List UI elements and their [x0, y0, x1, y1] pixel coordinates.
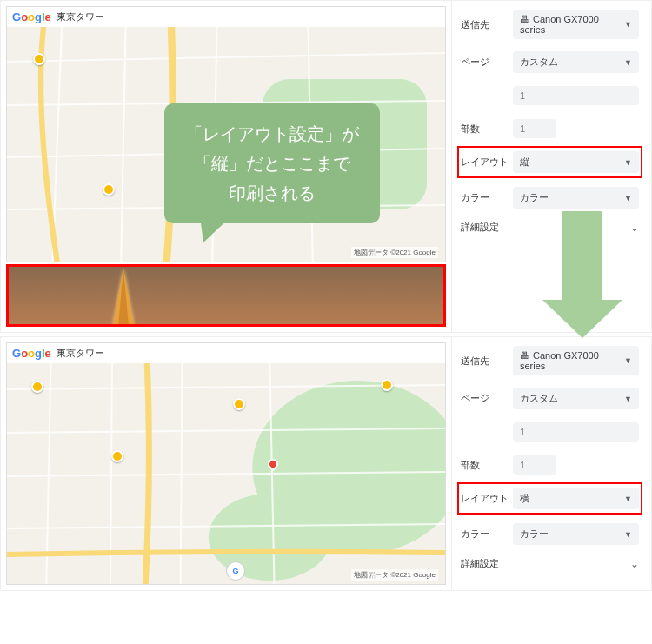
page-header: Google 東京タワー — [7, 343, 445, 363]
label-destination: 送信先 — [461, 355, 513, 368]
label-layout: レイアウト — [461, 156, 513, 169]
advanced-label: 詳細設定 — [461, 557, 499, 570]
layout-setting-highlight: レイアウト 縦 ▼ — [457, 146, 642, 178]
callout-line: 「縦」だとここまで — [185, 149, 359, 178]
label-color: カラー — [461, 528, 513, 541]
setting-copies: 部数 1 — [461, 455, 639, 475]
pages-value: カスタム — [520, 56, 558, 69]
chevron-down-icon: ▼ — [624, 356, 632, 365]
setting-color: カラー カラー ▼ — [461, 187, 639, 209]
map-preview: G 100 m 地図データ ©2021 Google — [7, 363, 445, 584]
pages-range-value: 1 — [520, 90, 525, 101]
layout-select[interactable]: 横 ▼ — [513, 488, 639, 509]
destination-value: Canon GX7000 series — [520, 14, 599, 35]
label-pages: ページ — [461, 56, 513, 69]
label-destination: 送信先 — [461, 18, 513, 31]
map-marker-icon — [31, 381, 43, 393]
label-color: カラー — [461, 191, 513, 204]
map-attribution: 地図データ ©2021 Google — [351, 569, 438, 581]
map-marker-icon — [111, 450, 123, 462]
map-background — [7, 363, 445, 584]
setting-color: カラー カラー ▼ — [461, 523, 639, 545]
pages-select[interactable]: カスタム ▼ — [513, 51, 639, 73]
copies-input[interactable]: 1 — [513, 119, 556, 138]
pages-range-value: 1 — [520, 427, 525, 437]
chevron-down-icon: ⌄ — [630, 222, 639, 234]
chevron-down-icon: ▼ — [624, 530, 632, 539]
setting-layout: レイアウト 横 ▼ — [461, 488, 639, 509]
pages-select[interactable]: カスタム ▼ — [513, 388, 639, 409]
search-query: 東京タワー — [57, 347, 104, 360]
chevron-down-icon: ⌄ — [630, 558, 639, 570]
layout-value: 横 — [520, 492, 529, 505]
chevron-down-icon: ▼ — [624, 58, 632, 67]
advanced-label: 詳細設定 — [461, 221, 499, 234]
preview-page: Google 東京タワー — [6, 342, 446, 585]
map-marker-icon — [33, 53, 45, 65]
map-marker-icon — [233, 398, 245, 410]
destination-select[interactable]: 🖶Canon GX7000 series ▼ — [513, 10, 639, 39]
label-copies: 部数 — [461, 123, 513, 136]
annotation-callout: 「レイアウト設定」が 「縦」だとここまで 印刷される — [164, 103, 380, 223]
portrait-overflow-highlight — [6, 264, 446, 327]
destination-select[interactable]: 🖶Canon GX7000 series ▼ — [513, 346, 639, 375]
callout-line: 「レイアウト設定」が — [185, 119, 359, 149]
setting-layout: レイアウト 縦 ▼ — [461, 151, 639, 173]
tokyo-tower-icon — [118, 269, 129, 326]
label-layout: レイアウト — [461, 492, 513, 505]
color-value: カラー — [520, 528, 549, 541]
pages-value: カスタム — [520, 392, 558, 405]
google-badge-icon: G — [226, 561, 245, 581]
setting-pages-range: 1 — [461, 422, 639, 442]
layout-setting-highlight: レイアウト 横 ▼ — [457, 482, 642, 515]
label-pages: ページ — [461, 392, 513, 405]
copies-value: 1 — [520, 460, 525, 470]
search-query: 東京タワー — [57, 10, 104, 23]
print-settings-sidebar: 送信先 🖶Canon GX7000 series ▼ ページ カスタム ▼ 1 … — [451, 337, 651, 590]
color-select[interactable]: カラー ▼ — [513, 523, 639, 545]
chevron-down-icon: ▼ — [624, 395, 632, 403]
copies-input[interactable]: 1 — [513, 455, 556, 475]
chevron-down-icon: ▼ — [624, 158, 632, 167]
chevron-down-icon: ▼ — [624, 495, 632, 503]
label-copies: 部数 — [461, 459, 513, 472]
setting-pages: ページ カスタム ▼ — [461, 51, 639, 73]
arrow-down-icon — [542, 211, 622, 338]
pages-range-input[interactable]: 1 — [513, 422, 639, 442]
layout-select[interactable]: 縦 ▼ — [513, 151, 639, 173]
printer-icon: 🖶 — [520, 14, 529, 24]
color-value: カラー — [520, 191, 549, 204]
color-select[interactable]: カラー ▼ — [513, 187, 639, 209]
google-logo: Google — [12, 10, 51, 23]
setting-destination: 送信先 🖶Canon GX7000 series ▼ — [461, 346, 639, 375]
pages-range-input[interactable]: 1 — [513, 86, 639, 105]
google-logo: Google — [12, 347, 51, 360]
setting-destination: 送信先 🖶Canon GX7000 series ▼ — [461, 10, 639, 39]
chevron-down-icon: ▼ — [624, 194, 632, 202]
layout-value: 縦 — [520, 156, 529, 169]
printer-icon: 🖶 — [520, 350, 529, 361]
callout-line: 印刷される — [185, 178, 359, 208]
setting-pages-range: 1 — [461, 85, 639, 106]
map-marker-icon — [103, 183, 115, 196]
page-header: Google 東京タワー — [7, 7, 445, 27]
map-attribution: 地図データ ©2021 Google — [351, 247, 438, 258]
print-preview-landscape: Google 東京タワー — [0, 336, 652, 591]
map-marker-icon — [381, 379, 393, 391]
preview-pane: Google 東京タワー — [1, 337, 451, 590]
setting-copies: 部数 1 — [461, 118, 639, 139]
advanced-settings-toggle[interactable]: 詳細設定 ⌄ — [461, 557, 639, 570]
copies-value: 1 — [520, 123, 525, 134]
setting-pages: ページ カスタム ▼ — [461, 388, 639, 409]
destination-value: Canon GX7000 series — [520, 350, 599, 371]
chevron-down-icon: ▼ — [624, 20, 632, 29]
